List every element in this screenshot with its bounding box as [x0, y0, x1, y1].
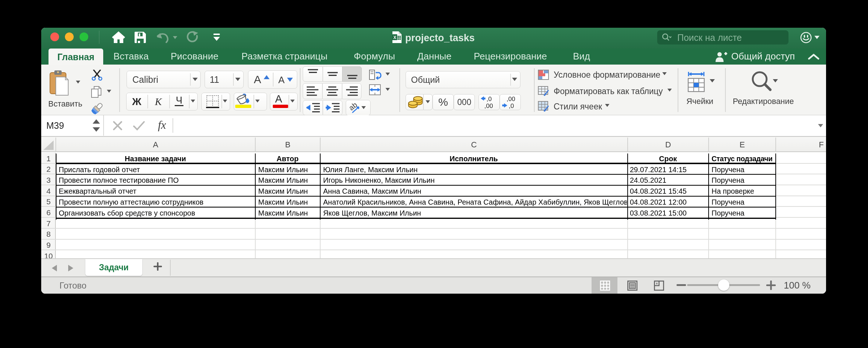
- svg-text:,0: ,0: [509, 103, 514, 109]
- svg-text:,0: ,0: [487, 96, 492, 103]
- svg-text:X: X: [393, 35, 396, 40]
- svg-text:,00: ,00: [507, 96, 515, 103]
- svg-text:,00: ,00: [484, 103, 493, 109]
